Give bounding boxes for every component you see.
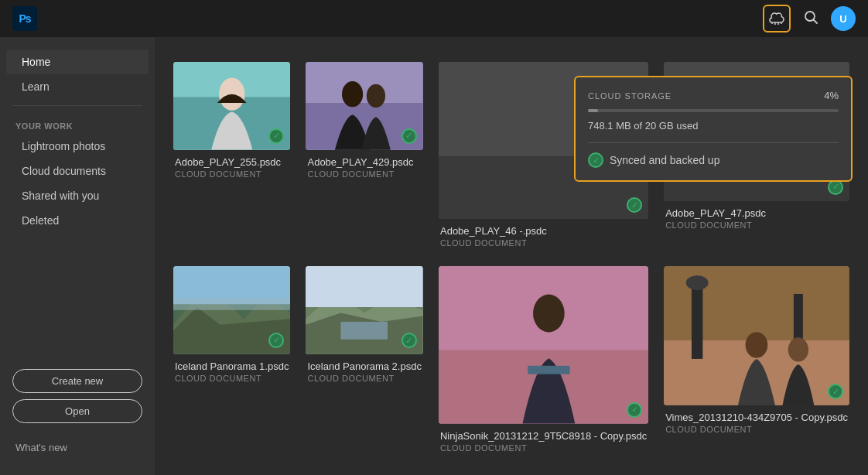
cloud-storage-button[interactable] [763, 5, 791, 32]
doc-name-1: Adobe_PLAY_429.psdc [307, 156, 422, 168]
doc-card-5[interactable]: ✓ Iceland Panorama 2.psdc CLOUD DOCUMENT [306, 266, 423, 455]
doc-card-4[interactable]: ✓ Iceland Panorama 1.psdc CLOUD DOCUMENT [173, 266, 290, 455]
sidebar-section-your-work: YOUR WORK [0, 112, 155, 134]
doc-thumb-1: ✓ [306, 62, 423, 150]
cloud-popup-title: CLOUD STORAGE [588, 91, 672, 101]
doc-type-4: CLOUD DOCUMENT [175, 374, 289, 383]
topbar-right: U [763, 5, 856, 32]
doc-type-0: CLOUD DOCUMENT [175, 169, 289, 179]
main-layout: Home Learn YOUR WORK Lightroom photos Cl… [0, 37, 868, 475]
doc-name-4: Iceland Panorama 1.psdc [175, 361, 289, 372]
doc-card-1[interactable]: ✓ Adobe_PLAY_429.psdc CLOUD DOCUMENT [306, 62, 423, 251]
doc-type-1: CLOUD DOCUMENT [307, 169, 422, 179]
doc-thumb-6: ✓ [439, 266, 648, 423]
svg-point-28 [533, 295, 565, 333]
main-content: CLOUD STORAGE 4% 748.1 MB of 20 GB used … [155, 37, 868, 475]
svg-point-33 [686, 275, 709, 290]
cloud-popup-percent: 4% [824, 90, 839, 101]
doc-thumb-5: ✓ [306, 266, 423, 354]
cloud-progress-bar-fill [588, 109, 598, 112]
doc-type-7: CLOUD DOCUMENT [665, 425, 848, 434]
synced-check-icon: ✓ [588, 152, 603, 168]
cloud-popup-divider [588, 142, 839, 143]
doc-type-3: CLOUD DOCUMENT [665, 220, 848, 230]
svg-rect-18 [173, 299, 290, 310]
svg-point-7 [342, 81, 363, 107]
cloud-progress-bar-bg [588, 109, 839, 112]
svg-point-8 [367, 84, 385, 108]
doc-type-2: CLOUD DOCUMENT [440, 238, 647, 248]
doc-name-5: Iceland Panorama 2.psdc [307, 361, 422, 372]
doc-thumb-4: ✓ [173, 266, 290, 354]
sidebar-divider [12, 105, 142, 106]
doc-info-7: Vimes_20131210-434Z9705 - Copy.psdc CLOU… [664, 405, 849, 437]
doc-card-7[interactable]: ✓ Vimes_20131210-434Z9705 - Copy.psdc CL… [664, 266, 849, 455]
doc-info-3: Adobe_PLAY_47.psdc CLOUD DOCUMENT [664, 201, 849, 233]
svg-rect-32 [692, 285, 702, 359]
doc-name-6: NinjaSonik_20131212_9T5C8918 - Copy.psdc [440, 430, 647, 442]
sidebar-buttons: Create new Open [0, 360, 155, 432]
doc-thumb-7: ✓ [664, 266, 849, 405]
cloud-popup-usage: 748.1 MB of 20 GB used [588, 120, 839, 132]
topbar: Ps U [0, 0, 868, 37]
create-new-button[interactable]: Create new [12, 369, 142, 393]
doc-type-6: CLOUD DOCUMENT [440, 443, 647, 453]
cloud-popup-status-text: Synced and backed up [610, 154, 719, 166]
sidebar: Home Learn YOUR WORK Lightroom photos Cl… [0, 37, 155, 475]
sidebar-item-shared[interactable]: Shared with you [6, 183, 149, 208]
topbar-left: Ps [12, 6, 37, 31]
doc-info-0: Adobe_PLAY_255.psdc CLOUD DOCUMENT [173, 150, 290, 182]
sidebar-item-home[interactable]: Home [6, 50, 149, 74]
sidebar-item-cloud-docs[interactable]: Cloud documents [6, 159, 149, 183]
doc-card-0[interactable]: ✓ Adobe_PLAY_255.psdc CLOUD DOCUMENT [173, 62, 290, 251]
svg-point-35 [746, 333, 768, 359]
doc-info-2: Adobe_PLAY_46 -.psdc CLOUD DOCUMENT [439, 219, 648, 251]
doc-name-7: Vimes_20131210-434Z9705 - Copy.psdc [665, 412, 848, 423]
doc-check-0: ✓ [268, 128, 284, 144]
sidebar-item-deleted[interactable]: Deleted [6, 208, 149, 233]
svg-rect-23 [341, 322, 388, 340]
cloud-storage-popup: CLOUD STORAGE 4% 748.1 MB of 20 GB used … [574, 76, 853, 182]
cloud-popup-header: CLOUD STORAGE 4% [588, 90, 839, 101]
sidebar-nav: Home Learn YOUR WORK Lightroom photos Cl… [0, 50, 155, 360]
doc-name-2: Adobe_PLAY_46 -.psdc [440, 225, 647, 237]
search-button[interactable] [803, 9, 818, 29]
doc-check-5: ✓ [402, 333, 417, 348]
doc-check-1: ✓ [402, 128, 417, 144]
doc-info-5: Iceland Panorama 2.psdc CLOUD DOCUMENT [306, 354, 423, 386]
avatar[interactable]: U [831, 6, 856, 31]
doc-card-6[interactable]: ✓ NinjaSonik_20131212_9T5C8918 - Copy.ps… [439, 266, 648, 455]
cloud-popup-status: ✓ Synced and backed up [588, 152, 839, 168]
svg-rect-29 [528, 366, 569, 374]
doc-info-1: Adobe_PLAY_429.psdc CLOUD DOCUMENT [306, 150, 423, 182]
svg-point-36 [788, 338, 808, 362]
sidebar-item-lightroom[interactable]: Lightroom photos [6, 134, 149, 159]
open-button[interactable]: Open [12, 399, 142, 423]
svg-rect-24 [306, 266, 423, 307]
doc-type-5: CLOUD DOCUMENT [307, 374, 422, 383]
doc-check-6: ✓ [627, 402, 642, 418]
doc-name-3: Adobe_PLAY_47.psdc [665, 207, 848, 219]
svg-line-1 [814, 19, 818, 23]
doc-info-6: NinjaSonik_20131212_9T5C8918 - Copy.psdc… [439, 424, 648, 456]
doc-info-4: Iceland Panorama 1.psdc CLOUD DOCUMENT [173, 354, 290, 386]
whats-new-link[interactable]: What's new [0, 432, 155, 463]
doc-thumb-0: ✓ [173, 62, 290, 150]
doc-name-0: Adobe_PLAY_255.psdc [175, 156, 289, 168]
sidebar-item-learn[interactable]: Learn [6, 74, 149, 99]
ps-logo: Ps [12, 6, 37, 31]
